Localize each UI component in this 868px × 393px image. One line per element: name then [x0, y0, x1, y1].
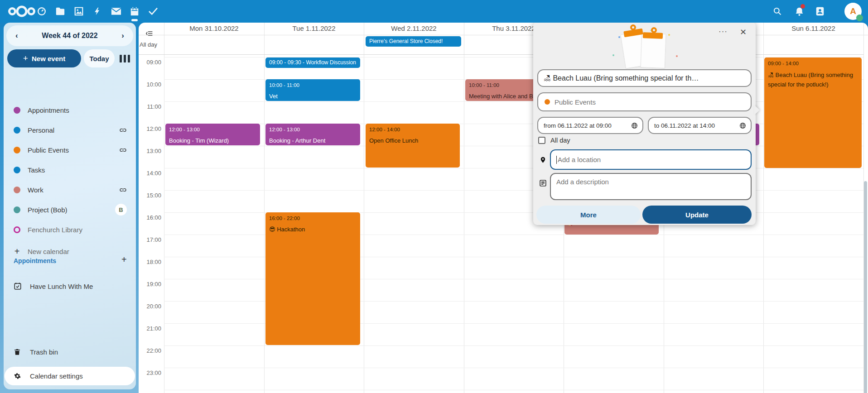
sidebar-calendar-tasks[interactable]: Tasks [9, 162, 132, 177]
activity-icon[interactable] [88, 0, 106, 23]
avatar[interactable]: A [844, 3, 862, 20]
plus-icon: + [14, 246, 20, 257]
online-status-dot [856, 14, 863, 21]
week-label: Week 44 of 2022 [42, 32, 97, 40]
sidebar-calendar-appointments[interactable]: Appointments [9, 102, 132, 118]
trash-bin-item[interactable]: Trash bin [9, 344, 132, 360]
week-view-grid: Mon 31.10.2022 Tue 1.11.2022 Wed 2.11.20… [139, 23, 868, 393]
calendar-settings-button[interactable]: Calendar settings [5, 367, 135, 385]
calendar-color-dot [14, 167, 20, 173]
sidebar-calendar-project-bob[interactable]: Project (Bob) B [9, 202, 132, 217]
more-button[interactable]: More [536, 206, 641, 224]
time-label: 22:00 [139, 347, 161, 354]
all-day-checkbox[interactable] [538, 137, 545, 144]
calendar-app: A ‹ Week 44 of 2022 › +New event Today A… [0, 0, 868, 393]
time-label: 13:00 [139, 148, 161, 154]
location-input[interactable]: Add a location [550, 149, 752, 170]
add-appointment-config-button[interactable]: + [121, 254, 127, 265]
day-header-tue[interactable]: Tue 1.11.2022 [264, 24, 364, 34]
shared-link-icon [119, 186, 127, 194]
calendar-color-dot [14, 206, 20, 213]
app-sidebar: ‹ Week 44 of 2022 › +New event Today App… [4, 23, 136, 389]
popover-arrow [754, 105, 760, 115]
event-booking-tim-wizard[interactable]: 12:00 - 13:00 Booking - Tim (Wizard) [165, 124, 260, 145]
timezone-globe-icon[interactable] [631, 122, 638, 129]
day-header-mon[interactable]: Mon 31.10.2022 [164, 24, 264, 34]
event-open-office-lunch[interactable]: 12:00 - 14:00 Open Office Lunch [366, 124, 460, 168]
sidebar-calendar-fenchurch-library[interactable]: Fenchurch Library [9, 222, 132, 237]
hour-line [164, 146, 863, 146]
grid-line [164, 23, 164, 393]
mail-icon[interactable] [107, 0, 125, 23]
calendar-color-dot [14, 187, 20, 193]
calendar-color-dot [14, 147, 20, 153]
calendar-color-dot [14, 127, 20, 134]
calendar-app-icon[interactable] [125, 0, 144, 23]
next-week-button[interactable]: › [120, 31, 126, 40]
time-label: 15:00 [139, 192, 161, 199]
photos-icon[interactable] [70, 0, 88, 23]
shared-link-icon [119, 126, 127, 134]
shared-link-icon [119, 146, 127, 154]
close-icon[interactable]: ✕ [740, 27, 747, 37]
appointment-have-lunch-with-me[interactable]: Have Lunch With Me [9, 278, 132, 294]
files-icon[interactable] [51, 0, 69, 23]
location-pin-icon [540, 156, 546, 166]
update-button[interactable]: Update [642, 206, 752, 224]
sidebar-calendar-work[interactable]: Work [9, 182, 132, 197]
contacts-icon[interactable] [811, 0, 829, 23]
grid-line [763, 23, 764, 393]
trash-icon [14, 348, 22, 356]
grid-line [364, 23, 364, 393]
plus-icon: + [23, 53, 28, 63]
event-title-input[interactable]: 🏖 Beach Luau (Bring something special fo… [537, 69, 752, 87]
notifications-bell-icon[interactable] [790, 0, 808, 23]
nextcloud-logo-icon[interactable] [7, 0, 36, 23]
time-label: 16:00 [139, 214, 161, 221]
day-header-sun[interactable]: Sun 6.11.2022 [763, 24, 863, 34]
previous-week-button[interactable]: ‹ [14, 31, 20, 40]
calendar-picker[interactable]: Public Events [537, 92, 752, 111]
calendar-color-dot [14, 107, 20, 114]
event-beach-luau[interactable]: 09:00 - 14:00 🏖 Beach Luau (Bring someth… [764, 58, 862, 168]
hour-line [164, 168, 863, 168]
end-datetime-picker[interactable]: to 06.11.2022 at 14:00 [648, 117, 752, 134]
hour-line [164, 190, 863, 191]
time-label: 23:00 [139, 369, 161, 376]
description-input[interactable]: Add a description [550, 173, 752, 200]
week-view-toggle-icon[interactable] [120, 55, 133, 62]
share-owner-avatar: B [115, 204, 127, 216]
vertical-scrollbar[interactable] [864, 181, 867, 393]
search-icon[interactable] [768, 0, 786, 23]
time-label: 20:00 [139, 303, 161, 310]
event-pierres-general-store-closed[interactable]: Pierre's General Store Closed! [366, 36, 461, 47]
tasks-icon[interactable] [144, 0, 162, 23]
collapse-all-day-icon[interactable] [146, 30, 153, 38]
gear-icon [14, 372, 22, 380]
grid-line [264, 23, 265, 393]
time-label: 18:00 [139, 259, 161, 265]
description-icon [539, 179, 547, 189]
event-booking-arthur-dent[interactable]: 12:00 - 13:00 Booking - Arthur Dent [265, 124, 360, 145]
hour-line [164, 101, 863, 102]
top-bar: A [0, 0, 868, 23]
calendar-check-icon [14, 282, 22, 290]
start-datetime-picker[interactable]: from 06.11.2022 at 09:00 [537, 117, 643, 134]
week-navigation: ‹ Week 44 of 2022 › [6, 25, 133, 46]
today-button[interactable]: Today [84, 49, 115, 67]
time-label: 17:00 [139, 236, 161, 243]
calendar-color-ring [14, 226, 20, 233]
new-calendar-button[interactable]: + New calendar [9, 244, 132, 259]
all-day-label: All day [140, 41, 157, 48]
event-vet[interactable]: 10:00 - 11:00 Vet [265, 79, 360, 101]
event-workflow-discussion[interactable]: 09:00 - 09:30 - Workflow Discussion [265, 58, 360, 68]
dashboard-icon[interactable] [33, 0, 51, 23]
sidebar-calendar-personal[interactable]: Personal [9, 122, 132, 138]
day-header-wed[interactable]: Wed 2.11.2022 [364, 24, 464, 34]
new-event-button[interactable]: +New event [7, 49, 81, 67]
event-hackathon[interactable]: 16:00 - 22:00 😎 Hackathon [265, 212, 360, 345]
hour-line [164, 390, 863, 390]
timezone-globe-icon[interactable] [739, 122, 746, 129]
sidebar-calendar-public-events[interactable]: Public Events [9, 142, 132, 158]
actions-menu-button[interactable]: ··· [719, 27, 728, 36]
